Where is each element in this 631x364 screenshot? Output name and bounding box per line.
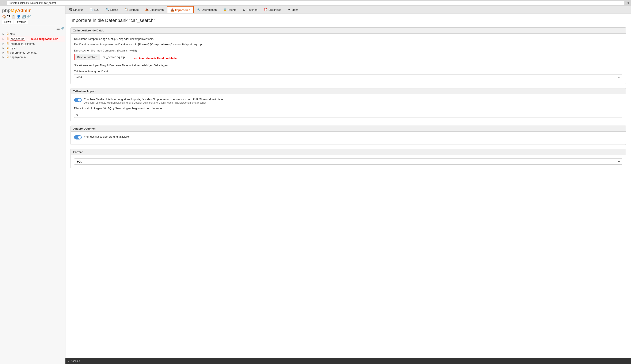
- file-choose-button[interactable]: Datei auswählen: [75, 54, 100, 60]
- console-icon: ▪: [68, 359, 69, 363]
- tab-struktur-label: Struktur: [73, 8, 83, 12]
- operationen-icon: 🔧: [197, 8, 201, 12]
- tab-sql-label: SQL: [94, 8, 100, 12]
- doc-icon[interactable]: 📋: [12, 14, 16, 18]
- database-tree: ▶ 🗄 Neu ▶ 🗄 car_search ← muss ausgewählt…: [0, 31, 65, 60]
- tab-routinen-label: Routinen: [247, 8, 258, 12]
- mehr-icon: ▼: [288, 8, 290, 12]
- home-icon[interactable]: 🏠: [2, 14, 6, 18]
- file-info-2-prefix: Der Dateiname einer komprimierten Datei …: [74, 43, 137, 46]
- format-select[interactable]: SQL CSV CSV using LOAD DATA JSON XML: [74, 158, 622, 164]
- file-section-header: Zu importierende Datei:: [71, 28, 626, 34]
- letzte-button[interactable]: Letzte: [2, 20, 13, 24]
- map-icon[interactable]: 🗺: [7, 14, 11, 18]
- db-name: performance_schema: [10, 51, 64, 54]
- ereignisse-icon: ⏰: [264, 8, 267, 12]
- file-info-2-bold: .[Format].[Komprimierung]: [137, 43, 172, 46]
- db-item-new[interactable]: ▶ 🗄 Neu: [0, 32, 65, 36]
- db-icon: 🗄: [6, 56, 9, 59]
- logo-area: phpMyAdmin: [2, 8, 63, 13]
- expand-icon: ▶: [3, 38, 6, 40]
- logo-php: php: [2, 8, 11, 13]
- expand-icon: ▶: [3, 56, 6, 58]
- file-upload-label: Durchsuchen Sie Ihren Computer: (Maximal…: [74, 49, 622, 52]
- db-item-phpmyadmin[interactable]: ▶ 🗄 phpmyadmin: [0, 55, 65, 59]
- tab-suche-label: Suche: [110, 8, 118, 12]
- tab-suche[interactable]: 🔍 Suche: [103, 6, 121, 13]
- fk-toggle[interactable]: [74, 135, 82, 140]
- annotation-text: muss ausgewählt sein: [31, 38, 58, 40]
- tab-ereignisse[interactable]: ⏰ Ereignisse: [261, 6, 284, 13]
- other-options-header: Andere Optionen: [71, 126, 626, 132]
- db-icon: 🗄: [6, 32, 9, 36]
- format-header: Format: [71, 149, 626, 155]
- file-info-2-suffix: enden. Beispiel: .sql.zip: [173, 43, 202, 46]
- file-info-1: Datei kann komprimiert (gzip, bzip2, zip…: [74, 37, 622, 41]
- rechte-icon: 🔒: [223, 8, 227, 12]
- tab-operationen[interactable]: 🔧 Operationen: [194, 6, 220, 13]
- upload-annotation-text: komprimierte Datei hochladen: [139, 57, 178, 60]
- browser-bar: ← Server: localhost » Datenbank: car_sea…: [0, 0, 631, 6]
- toggle-row-fk: Fremdschlüsselüberprüfung aktivieren: [74, 135, 622, 140]
- sidebar: phpMyAdmin 🏠 🗺 📋 👤 🔄 🔗 Letzte Favoriten …: [0, 6, 66, 364]
- file-name-display: car_search.sql.zip: [100, 54, 130, 60]
- logo-admin: Admin: [17, 8, 32, 13]
- toggle-sublabel: Dies kann eine gute Möglichkeit sein, gr…: [84, 101, 225, 104]
- format-body: SQL CSV CSV using LOAD DATA JSON XML: [71, 155, 626, 168]
- tab-importieren[interactable]: 📥 Importieren: [167, 6, 194, 13]
- tab-struktur[interactable]: 🏗 Struktur: [66, 6, 86, 13]
- main-layout: phpMyAdmin 🏠 🗺 📋 👤 🔄 🔗 Letzte Favoriten …: [0, 6, 631, 364]
- expand-icon: ▶: [3, 42, 6, 45]
- partial-import-header: Teilweiser Import:: [71, 88, 626, 94]
- back-button[interactable]: ←: [2, 1, 5, 5]
- db-item-performance-schema[interactable]: ▶ 🗄 performance_schema: [0, 50, 65, 55]
- upload-arrow: ←: [133, 56, 137, 60]
- upload-label-text: Durchsuchen Sie Ihren Computer:: [74, 49, 116, 52]
- file-input-wrapper: Datei auswählen car_search.sql.zip: [74, 54, 130, 60]
- user-icon[interactable]: 👤: [17, 14, 21, 18]
- breadcrumb: Server: localhost » Datenbank: car_searc…: [7, 1, 625, 5]
- struktur-icon: 🏗: [69, 8, 72, 12]
- logo: phpMyAdmin: [2, 8, 32, 13]
- tab-bar: 🏗 Struktur 📄 SQL 🔍 Suche 📋 Abfrage 📤 Exp…: [66, 6, 631, 14]
- tab-operationen-label: Operationen: [202, 8, 217, 12]
- expand-icon: ▶: [3, 47, 6, 50]
- console-label: Konsole: [71, 360, 80, 362]
- console-bar[interactable]: ▪ Konsole: [66, 358, 631, 364]
- settings-icon[interactable]: ⚙: [626, 1, 629, 5]
- collapse-button[interactable]: ▬: [57, 27, 60, 30]
- db-item-mysql[interactable]: ▶ 🗄 mysql: [0, 46, 65, 50]
- selected-db-name: car_search: [10, 37, 25, 41]
- toggle-row-1: Erlauben Sie die Unterbrechung eines Imp…: [74, 98, 622, 104]
- expand-icon: ▶: [3, 51, 6, 54]
- interrupt-toggle[interactable]: [74, 98, 82, 102]
- chain-button[interactable]: 🔗: [60, 27, 64, 30]
- breadcrumb-text: Server: localhost » Datenbank: car_searc…: [9, 2, 57, 4]
- file-section: Zu importierende Datei: Datei kann kompr…: [71, 28, 626, 84]
- refresh-icon[interactable]: 🔄: [22, 14, 26, 18]
- db-item-information-schema[interactable]: ▶ 🗄 information_schema: [0, 42, 65, 46]
- page-title: Importiere in die Datenbank "car_search": [71, 18, 626, 23]
- db-icon: 🗄: [6, 47, 9, 50]
- file-section-body: Datei kann komprimiert (gzip, bzip2, zip…: [71, 34, 626, 84]
- sidebar-header: phpMyAdmin 🏠 🗺 📋 👤 🔄 🔗 Letzte Favoriten: [0, 6, 65, 26]
- tab-mehr[interactable]: ▼ Mehr: [285, 6, 301, 13]
- tab-abfrage[interactable]: 📋 Abfrage: [121, 6, 142, 13]
- link-icon[interactable]: 🔗: [27, 14, 31, 18]
- partial-import-body: Erlauben Sie die Unterbrechung eines Imp…: [71, 94, 626, 121]
- sidebar-nav-buttons: Letzte Favoriten: [2, 20, 63, 24]
- db-icon: 🗄: [6, 37, 9, 40]
- skip-input[interactable]: [74, 112, 622, 118]
- favoriten-button[interactable]: Favoriten: [14, 20, 28, 24]
- tab-routinen[interactable]: ⚙ Routinen: [240, 6, 261, 13]
- encoding-label: Zeichencodierung der Datei:: [74, 70, 622, 73]
- annotation-arrow: ←: [27, 37, 30, 40]
- logo-my: My: [11, 8, 17, 13]
- db-item-car-search[interactable]: ▶ 🗄 car_search ← muss ausgewählt sein: [0, 36, 65, 42]
- tab-sql[interactable]: 📄 SQL: [86, 6, 102, 13]
- encoding-select[interactable]: utf-8 utf-16 latin1 ascii: [74, 74, 622, 80]
- tab-mehr-label: Mehr: [292, 8, 298, 12]
- tab-exportieren[interactable]: 📤 Exportieren: [142, 6, 167, 13]
- exportieren-icon: 📤: [145, 8, 149, 12]
- tab-rechte[interactable]: 🔒 Rechte: [220, 6, 239, 13]
